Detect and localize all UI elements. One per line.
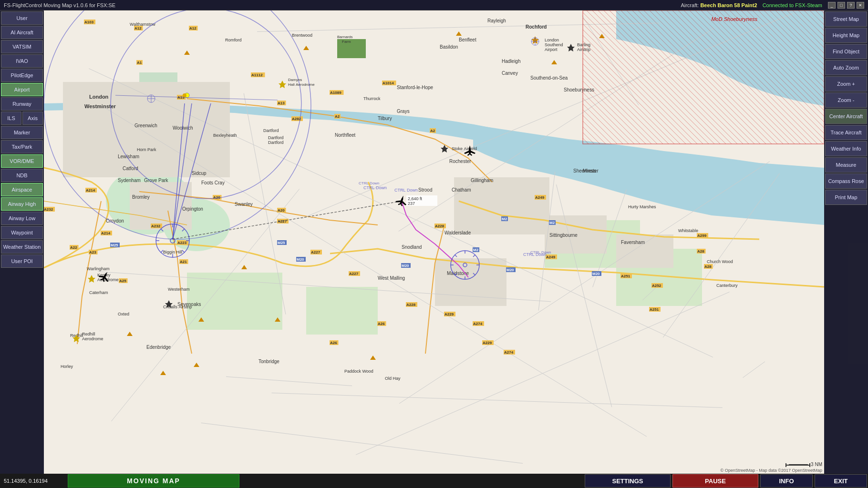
moving-map-button[interactable]: MOVING MAP xyxy=(68,474,239,488)
user-button[interactable]: User xyxy=(1,11,43,25)
airway-high-button[interactable]: Airway High xyxy=(1,197,43,211)
tax-park-button[interactable]: Tax/Park xyxy=(1,140,43,153)
exit-button[interactable]: EXIT xyxy=(815,474,867,488)
ivao-button[interactable]: IVAO xyxy=(1,54,43,68)
status-bar: 51.14395, 0.16194 MOVING MAP SETTINGS PA… xyxy=(0,474,868,488)
weather-info-button[interactable]: Weather Info xyxy=(825,141,867,156)
street-map-button[interactable]: Street Map xyxy=(825,11,867,27)
scale-text: 3 NM xyxy=(789,462,822,467)
zoom-plus-button[interactable]: Zoom + xyxy=(825,76,867,92)
runway-button[interactable]: Runway xyxy=(1,97,43,111)
find-object-button[interactable]: Find Object xyxy=(825,44,867,59)
pause-button[interactable]: PAUSE xyxy=(672,474,758,488)
app-title: FS-FlightControl Moving Map v1.0.6 for F… xyxy=(4,2,681,8)
copyright-text: © OpenStreetMap - Map data ©2017 OpenStr… xyxy=(721,468,822,473)
ndb-button[interactable]: NDB xyxy=(1,169,43,182)
waypoint-button[interactable]: Waypoint xyxy=(1,226,43,239)
airspace-button[interactable]: Airspace xyxy=(1,183,43,196)
window-controls: _ □ ? ✕ xyxy=(828,2,864,9)
title-bar: FS-FlightControl Moving Map v1.0.6 for F… xyxy=(0,0,868,10)
aircraft-label: Aircraft: xyxy=(681,2,699,8)
ai-aircraft-button[interactable]: AI Aircraft xyxy=(1,26,43,39)
axis-button[interactable]: Axis xyxy=(22,112,43,125)
vor-dme-button[interactable]: VOR/DME xyxy=(1,154,43,168)
ils-axis-row: ILS Axis xyxy=(1,112,43,125)
compass-rose-button[interactable]: Compass Rose xyxy=(825,173,867,189)
map-canvas[interactable] xyxy=(44,10,824,474)
zoom-minus-button[interactable]: Zoom - xyxy=(825,92,867,108)
left-panel: User AI Aircraft VATSIM IVAO PilotEdge A… xyxy=(0,10,44,474)
trace-aircraft-button[interactable]: Trace Aircraft xyxy=(825,125,867,140)
vatsim-button[interactable]: VATSIM xyxy=(1,40,43,53)
pilotedge-button[interactable]: PilotEdge xyxy=(1,69,43,82)
print-map-button[interactable]: Print Map xyxy=(825,190,867,205)
marker-button[interactable]: Marker xyxy=(1,126,43,139)
coordinates-display: 51.14395, 0.16194 xyxy=(0,478,67,484)
right-panel: Street Map Height Map Find Object Auto Z… xyxy=(824,10,868,474)
minimize-button[interactable]: _ xyxy=(828,2,836,9)
connection-status: Connected to FSX-Steam xyxy=(763,2,822,8)
close-button[interactable]: ✕ xyxy=(857,2,864,9)
ils-button[interactable]: ILS xyxy=(1,112,21,125)
aircraft-info: Aircraft: Beech Baron 58 Paint2 Connecte… xyxy=(681,2,822,8)
aircraft-name: Beech Baron 58 Paint2 xyxy=(700,2,757,8)
help-button[interactable]: ? xyxy=(847,2,855,9)
maximize-button[interactable]: □ xyxy=(837,2,845,9)
weather-station-button[interactable]: Weather Station xyxy=(1,240,43,254)
measure-button[interactable]: Measure xyxy=(825,157,867,173)
airway-low-button[interactable]: Airway Low xyxy=(1,212,43,225)
center-aircraft-button[interactable]: Center Aircraft xyxy=(825,109,867,124)
auto-zoom-button[interactable]: Auto Zoom xyxy=(825,60,867,75)
height-map-button[interactable]: Height Map xyxy=(825,28,867,43)
user-poi-button[interactable]: User POI xyxy=(1,254,43,268)
airport-button[interactable]: Airport xyxy=(1,83,43,96)
settings-button[interactable]: SETTINGS xyxy=(585,474,671,488)
info-button[interactable]: INFO xyxy=(760,474,813,488)
map-area[interactable]: MoD Shoeburyness © OpenStreetMap - Map d… xyxy=(44,10,824,474)
